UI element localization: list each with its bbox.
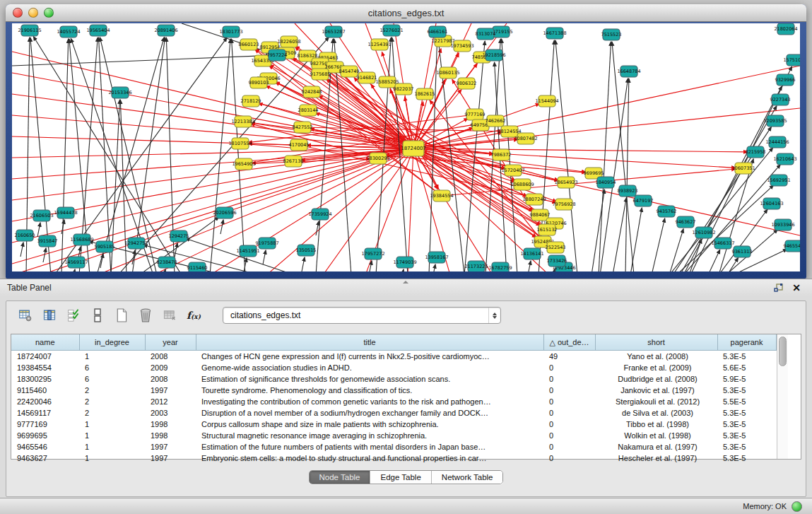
splitter-handle[interactable] xyxy=(399,280,412,284)
table-cell[interactable]: 5.3E-5 xyxy=(717,385,776,396)
tab-edge-table[interactable]: Edge Table xyxy=(370,471,431,484)
table-row[interactable]: 911546021997Tourette syndrome. Phenomeno… xyxy=(11,385,776,396)
network-node[interactable]: 6466161 xyxy=(428,26,448,37)
network-edge[interactable] xyxy=(61,39,69,271)
table-cell[interactable]: Disruption of a novel member of a sodium… xyxy=(196,407,543,419)
table-cell[interactable]: 9777169 xyxy=(11,419,79,430)
table-cell[interactable]: Tourette syndrome. Phenomenology and cla… xyxy=(196,385,543,396)
column-header-name[interactable]: name xyxy=(11,334,79,351)
network-edge[interactable] xyxy=(408,148,413,271)
network-node[interactable]: 2718129 xyxy=(241,95,261,107)
table-cell[interactable]: 2009 xyxy=(145,362,196,373)
network-node[interactable]: 19734593 xyxy=(450,40,473,52)
network-node[interactable]: 15720407 xyxy=(501,165,524,176)
network-node[interactable]: 7957224 xyxy=(267,49,288,61)
network-edge[interactable] xyxy=(263,250,266,264)
network-node[interactable]: 1840954 xyxy=(596,177,616,188)
network-node[interactable]: 18724007 xyxy=(401,141,426,156)
table-cell[interactable]: 2 xyxy=(79,385,145,396)
network-node[interactable]: 18301773 xyxy=(219,26,242,37)
table-cell[interactable]: 1 xyxy=(79,351,145,363)
table-cell[interactable]: 5.3E-5 xyxy=(717,419,776,430)
network-edge[interactable] xyxy=(433,264,435,271)
table-row[interactable]: 1938455462009Genome-wide association stu… xyxy=(11,362,776,373)
network-node[interactable]: 9806322 xyxy=(457,78,477,89)
network-node[interactable]: 12610982 xyxy=(692,227,715,238)
network-node[interactable]: 8660123 xyxy=(239,39,259,50)
network-node[interactable]: 10688609 xyxy=(510,179,534,190)
network-edge[interactable] xyxy=(43,248,46,262)
network-node[interactable]: 18807249 xyxy=(522,194,546,205)
window-titlebar[interactable]: citations_edges.txt xyxy=(6,4,806,22)
table-cell[interactable]: 1997 xyxy=(145,385,196,396)
table-row[interactable]: 1456911722003Disruption of a novel membe… xyxy=(11,407,776,419)
network-edge[interactable] xyxy=(630,208,642,271)
network-edge[interactable] xyxy=(72,269,75,271)
network-edge[interactable] xyxy=(555,40,577,271)
table-cell[interactable]: 5.3E-5 xyxy=(717,430,776,441)
table-cell[interactable]: 0 xyxy=(543,373,595,385)
close-window-button[interactable] xyxy=(13,8,23,18)
new-table-button[interactable] xyxy=(111,305,132,326)
table-cell[interactable]: 0 xyxy=(543,441,595,452)
network-node[interactable]: 2522543 xyxy=(546,242,566,253)
network-node[interactable]: 20891406 xyxy=(154,25,177,36)
network-edge[interactable] xyxy=(528,261,531,271)
table-cell[interactable]: 2008 xyxy=(145,351,196,363)
table-cell[interactable]: Embryonic stem cells: a model to study s… xyxy=(196,452,543,464)
table-cell[interactable]: 5.3E-5 xyxy=(717,351,776,363)
network-node[interactable]: 14136141 xyxy=(520,248,543,259)
network-node[interactable]: 9822037 xyxy=(394,83,414,95)
table-cell[interactable]: Wolkin et al. (1998) xyxy=(595,430,717,441)
network-edge[interactable] xyxy=(316,221,319,235)
network-node[interactable]: 7462662 xyxy=(486,115,506,127)
table-cell[interactable]: 0 xyxy=(543,419,595,430)
network-edge[interactable] xyxy=(302,257,305,271)
network-node[interactable]: 19218596 xyxy=(482,49,505,61)
minimize-window-button[interactable] xyxy=(28,8,38,18)
table-cell[interactable]: 2012 xyxy=(145,396,196,407)
table-cell[interactable]: 2 xyxy=(79,396,145,407)
network-node[interactable]: 8238478 xyxy=(157,257,177,268)
network-node[interactable]: 14055724 xyxy=(57,26,80,37)
network-node[interactable]: 20206596 xyxy=(213,207,236,218)
table-cell[interactable]: 5.3E-5 xyxy=(717,441,776,452)
network-edge[interactable] xyxy=(613,198,626,271)
tab-node-table[interactable]: Node Table xyxy=(310,471,371,484)
network-edge[interactable] xyxy=(139,217,219,271)
network-node[interactable]: 8938923 xyxy=(618,185,638,197)
network-node[interactable]: 9175685 xyxy=(310,69,331,80)
network-node[interactable]: 9465546 xyxy=(784,240,800,252)
table-cell[interactable]: 0 xyxy=(543,396,595,407)
network-node[interactable]: 9146821 xyxy=(357,72,377,83)
network-edge[interactable] xyxy=(20,243,23,257)
network-edge[interactable] xyxy=(232,39,245,271)
table-cell[interactable]: 0 xyxy=(543,362,595,373)
table-cell[interactable]: 2008 xyxy=(145,373,196,385)
network-edge[interactable] xyxy=(12,115,413,148)
network-node[interactable]: 10653287 xyxy=(322,26,345,37)
table-cell[interactable]: 1 xyxy=(79,419,145,430)
network-node[interactable]: 10807482 xyxy=(514,133,537,144)
table-cell[interactable]: 1 xyxy=(79,452,145,464)
network-edge[interactable] xyxy=(99,37,111,271)
network-node[interactable]: 13958167 xyxy=(425,252,448,263)
network-node[interactable]: 18300295 xyxy=(366,153,389,164)
network-node[interactable]: 1350515 xyxy=(296,245,317,256)
network-node[interactable]: 8427552 xyxy=(293,122,313,133)
column-header-year[interactable]: year xyxy=(145,334,196,351)
table-row[interactable]: 946362711997Embryonic stem cells: a mode… xyxy=(11,452,776,464)
merge-rows-button[interactable] xyxy=(87,305,108,326)
table-cell[interactable]: 18724007 xyxy=(11,351,79,363)
network-edge[interactable] xyxy=(37,223,40,237)
select-rows-button[interactable] xyxy=(63,305,84,326)
table-cell[interactable]: 14569117 xyxy=(11,407,79,419)
delete-table-button[interactable] xyxy=(159,305,180,326)
table-cell[interactable]: de Silva et al. (2003) xyxy=(595,407,717,419)
table-cell[interactable]: Genome-wide association studies in ADHD. xyxy=(196,362,543,373)
table-cell[interactable]: Estimation of the future numbers of pati… xyxy=(196,441,543,452)
network-node[interactable]: 10933946 xyxy=(771,219,794,230)
network-node[interactable]: 10860135 xyxy=(436,67,459,78)
network-node[interactable]: 21906115 xyxy=(18,25,41,36)
network-edge[interactable] xyxy=(210,39,230,271)
